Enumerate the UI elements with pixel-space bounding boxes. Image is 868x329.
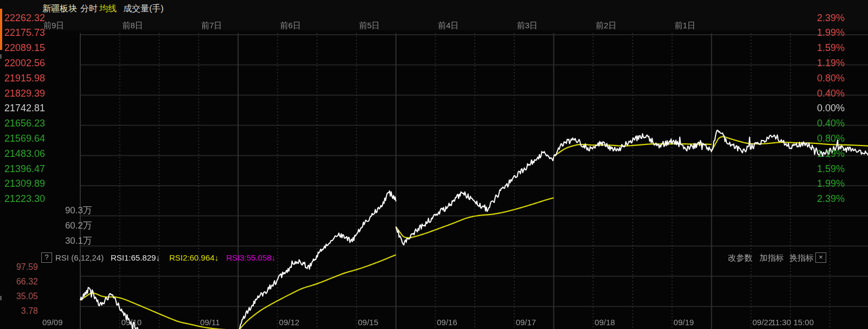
tab-volume[interactable]: 成交量(手)	[123, 3, 164, 15]
left-edge-tick	[0, 296, 2, 300]
price-axis-label: 21483.06	[4, 148, 61, 160]
percent-axis-label: 0.00%	[817, 103, 864, 114]
x-axis-date-label: 09/16	[437, 318, 457, 327]
price-axis-label: 21656.23	[4, 118, 61, 129]
rsi-axis-label: 97.59	[5, 262, 38, 272]
day-section-label: 前2日	[596, 21, 616, 31]
price-axis-label: 21742.81	[4, 103, 61, 114]
rsi3-value: RSI3:55.058↓	[226, 253, 276, 262]
x-axis-date-label: 09/15	[358, 318, 379, 327]
change-params-button[interactable]: 改参数	[728, 253, 752, 263]
volume-axis-label: 30.1万	[5, 235, 92, 247]
tab-minute-chart[interactable]: 分时	[80, 3, 98, 15]
percent-axis-label: 0.40%	[817, 118, 864, 129]
percent-axis-label: 0.80%	[817, 73, 864, 84]
percent-axis-label: 0.80%	[817, 133, 864, 144]
percent-axis-label: 1.99%	[817, 27, 864, 39]
price-axis-label: 22262.32	[4, 12, 61, 24]
day-section-label: 前8日	[122, 21, 143, 31]
x-axis-date-label: 09/17	[516, 318, 537, 327]
price-axis-label: 21309.89	[4, 178, 61, 189]
day-section-label: 前5日	[359, 21, 380, 31]
price-axis-label: 21829.39	[4, 88, 61, 99]
day-section-label: 前6日	[280, 21, 301, 31]
x-axis-date-label: 09/19	[674, 318, 694, 327]
percent-axis-label: 0.40%	[817, 88, 864, 99]
percent-axis-label: 1.59%	[817, 42, 864, 54]
price-axis-label: 22002.56	[4, 58, 61, 69]
price-axis-label: 21915.98	[4, 73, 61, 84]
close-indicator-icon[interactable]: ×	[815, 252, 826, 263]
x-axis-date-label: 09/12	[279, 318, 299, 327]
day-section-label: 前3日	[517, 21, 538, 31]
x-axis-date-label: 09/10	[121, 318, 142, 327]
day-section-label: 前7日	[201, 21, 222, 31]
help-icon[interactable]: ?	[41, 252, 52, 263]
percent-axis-label: 1.19%	[817, 58, 864, 69]
price-axis-label: 21223.30	[4, 193, 61, 205]
day-section-label: 前1日	[675, 21, 695, 31]
price-axis-label: 21569.64	[4, 133, 61, 144]
percent-axis-label: 1.59%	[817, 163, 864, 175]
multi-day-intraday-chart[interactable]	[0, 0, 868, 329]
percent-axis-label: 2.39%	[817, 193, 864, 205]
rsi2-value: RSI2:60.964↓	[169, 253, 219, 262]
price-axis-label: 22175.73	[4, 27, 61, 39]
x-axis-date-label: 09/11	[200, 318, 220, 327]
price-axis-label: 22089.15	[4, 42, 61, 54]
x-axis-time-label: 15:00	[781, 318, 814, 327]
rsi-indicator-name: RSI (6,12,24)	[55, 253, 104, 262]
percent-axis-label: 1.99%	[817, 178, 864, 189]
percent-axis-label: 1.19%	[817, 148, 864, 160]
tab-ma-line[interactable]: 均线	[99, 3, 117, 15]
rsi-axis-label: 35.05	[5, 292, 38, 301]
add-indicator-button[interactable]: 加指标	[760, 253, 784, 263]
x-axis-date-label: 09/09	[42, 318, 63, 327]
switch-indicator-button[interactable]: 换指标	[789, 253, 814, 263]
price-axis-label: 21396.47	[4, 163, 61, 175]
rsi-indicator-header: ? RSI (6,12,24) RSI1:65.829↓ RSI2:60.964…	[0, 252, 868, 263]
percent-axis-label: 2.39%	[817, 12, 864, 24]
volume-axis-label: 60.2万	[5, 219, 92, 232]
rsi1-value: RSI1:65.829↓	[111, 253, 160, 262]
left-scroll-indicator[interactable]	[0, 9, 2, 50]
volume-axis-label: 90.3万	[5, 204, 92, 217]
stock-app-window: 新疆板块 分时 均线 成交量(手) 前9日前8日前7日前6日前5日前4日前3日前…	[0, 0, 868, 329]
rsi-axis-label: 66.32	[5, 277, 38, 287]
chart-header-bar: 新疆板块 分时 均线 成交量(手)	[0, 0, 868, 15]
x-axis-date-label: 09/18	[595, 318, 615, 327]
day-section-label: 前4日	[438, 21, 458, 31]
rsi-axis-label: 3.78	[5, 306, 38, 316]
left-edge-tick	[0, 54, 2, 59]
